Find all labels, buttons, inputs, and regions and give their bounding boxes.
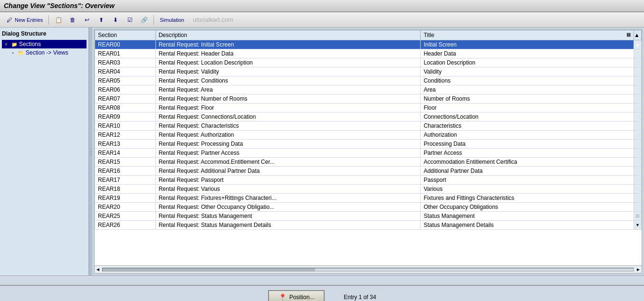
cell-title: Characteristics <box>421 122 634 131</box>
cell-description: Rental Request: Additional Partner Data <box>155 167 421 176</box>
cell-section: REAR05 <box>95 76 156 85</box>
new-entries-icon: 🖊 <box>6 16 13 24</box>
data-table-panel: Section Description Title ▦ ▲ REAR00Rent… <box>94 29 642 273</box>
table-row[interactable]: REAR05Rental Request: ConditionsConditio… <box>95 76 642 85</box>
delete-icon: 🗑 <box>69 16 77 24</box>
cell-section: REAR16 <box>95 167 156 176</box>
cell-section: REAR09 <box>95 113 156 122</box>
folder-icon-2: 📁 <box>18 49 24 56</box>
cell-section: REAR20 <box>95 203 156 212</box>
undo-button[interactable]: ↩ <box>81 15 93 25</box>
table-row[interactable]: REAR03Rental Request: Location Descripti… <box>95 58 642 67</box>
table-row[interactable]: REAR10Rental Request: CharacteristicsCha… <box>95 122 642 131</box>
table-row[interactable]: REAR12Rental Request: AuthorizationAutho… <box>95 131 642 140</box>
title-bar: Change View "Sections": Overview <box>0 0 644 12</box>
cell-section: REAR13 <box>95 140 156 149</box>
main-content: Dialog Structure ▼ 📁 Sections • 📁 Sectio… <box>0 28 644 275</box>
scroll-up-col[interactable]: ▲ <box>634 30 642 40</box>
copy-button[interactable]: 📋 <box>53 15 64 25</box>
scroll-indicator-cell <box>634 140 642 149</box>
cell-section: REAR08 <box>95 103 156 113</box>
select-button[interactable]: ☑ <box>124 15 135 25</box>
cell-title: Floor <box>421 103 634 113</box>
table-row[interactable]: REAR25Rental Request: Status ManagementS… <box>95 212 642 221</box>
table-row[interactable]: REAR20Rental Request: Other Occupancy Ob… <box>95 203 642 212</box>
cell-title: Header Data <box>421 49 634 58</box>
cell-section: REAR10 <box>95 122 156 131</box>
cell-title: Connections/Location <box>421 113 634 122</box>
cell-section: REAR04 <box>95 67 156 76</box>
table-row[interactable]: REAR26Rental Request: Status Management … <box>95 221 642 230</box>
info-icon: 🔗 <box>140 16 148 24</box>
scroll-indicator-cell <box>634 122 642 131</box>
scroll-indicator-cell <box>634 103 642 113</box>
table-container[interactable]: Section Description Title ▦ ▲ REAR00Rent… <box>95 30 642 265</box>
cell-title: Other Occupancy Obligations <box>421 203 634 212</box>
folder-icon: 📁 <box>11 41 18 47</box>
position-icon: 📍 <box>279 293 287 301</box>
delete-button[interactable]: 🗑 <box>67 15 78 25</box>
info-button[interactable]: 🔗 <box>138 15 150 25</box>
cell-title: Passport <box>421 176 634 185</box>
col-header-title: Title ▦ <box>421 30 634 40</box>
scroll-indicator-cell: ▼ <box>634 221 642 230</box>
cell-section: REAR25 <box>95 212 156 221</box>
cell-description: Rental Request: Authorization <box>155 131 421 140</box>
table-row[interactable]: REAR07Rental Request: Number of RoomsNum… <box>95 94 642 103</box>
scroll-indicator-cell <box>634 94 642 103</box>
cell-section: REAR03 <box>95 58 156 67</box>
table-row[interactable]: REAR01Rental Request: Header DataHeader … <box>95 49 642 58</box>
cell-description: Rental Request: Other Occupancy Obligati… <box>155 203 421 212</box>
move-up-button[interactable]: ⬆ <box>96 15 107 25</box>
new-entries-button[interactable]: 🖊 New Entries <box>4 15 45 25</box>
table-row[interactable]: REAR04Rental Request: ValidityValidity <box>95 67 642 76</box>
table-row[interactable]: REAR17Rental Request: PassportPassport <box>95 176 642 185</box>
table-row[interactable]: REAR16Rental Request: Additional Partner… <box>95 167 642 176</box>
scroll-indicator-cell: ▲ <box>634 40 642 49</box>
cell-title: Authorization <box>421 131 634 140</box>
table-row[interactable]: REAR18Rental Request: VariousVarious <box>95 185 642 194</box>
scroll-indicator-cell: □ <box>634 212 642 221</box>
toolbar-separator-1 <box>48 15 49 25</box>
move-down-button[interactable]: ⬇ <box>110 15 121 25</box>
scroll-indicator-cell <box>634 158 642 167</box>
simulation-button[interactable]: Simulation <box>158 16 186 24</box>
scroll-indicator-cell <box>634 85 642 94</box>
toolbar-separator-2 <box>154 15 154 25</box>
table-row[interactable]: REAR06Rental Request: AreaArea <box>95 85 642 94</box>
sections-table: Section Description Title ▦ ▲ REAR00Rent… <box>95 30 642 230</box>
cell-title: Additional Partner Data <box>421 167 634 176</box>
cell-description: Rental Request: Initial Screen <box>155 40 421 49</box>
cell-section: REAR01 <box>95 49 156 58</box>
position-button-label: Position... <box>289 294 315 301</box>
cell-description: Rental Request: Floor <box>155 103 421 113</box>
resize-handle[interactable]: ⋮ <box>89 28 92 275</box>
cell-description: Rental Request: Validity <box>155 67 421 76</box>
sidebar-item-section-views[interactable]: • 📁 Section -> Views <box>2 48 87 57</box>
move-up-icon: ⬆ <box>97 16 105 24</box>
table-row[interactable]: REAR15Rental Request: Accommod.Entitleme… <box>95 158 642 167</box>
title-text: Change View "Sections": Overview <box>4 2 115 9</box>
position-button[interactable]: 📍 Position... <box>268 290 325 301</box>
table-row[interactable]: REAR09Rental Request: Connections/Locati… <box>95 113 642 122</box>
table-row[interactable]: REAR00Rental Request: Initial ScreenInit… <box>95 40 642 49</box>
cell-title: Partner Access <box>421 149 634 158</box>
table-row[interactable]: REAR08Rental Request: FloorFloor <box>95 103 642 113</box>
cell-title: Location Description <box>421 58 634 67</box>
col-header-section: Section <box>95 30 156 40</box>
cell-section: REAR06 <box>95 85 156 94</box>
table-row[interactable]: REAR19Rental Request: Fixtures+Rittings … <box>95 194 642 203</box>
cell-title: Status Management Details <box>421 221 634 230</box>
cell-description: Rental Request: Number of Rooms <box>155 94 421 103</box>
table-row[interactable]: REAR13Rental Request: Processing DataPro… <box>95 140 642 149</box>
cell-section: REAR26 <box>95 221 156 230</box>
scroll-right-icon[interactable]: ► <box>636 267 641 272</box>
scroll-left-icon[interactable]: ◄ <box>96 267 100 272</box>
table-row[interactable]: REAR14Rental Request: Partner AccessPart… <box>95 149 642 158</box>
cell-description: Rental Request: Status Management Detail… <box>155 221 421 230</box>
cell-description: Rental Request: Status Management <box>155 212 421 221</box>
sidebar-item-section-views-label: Section -> Views <box>26 49 68 56</box>
sidebar-item-sections[interactable]: ▼ 📁 Sections <box>2 40 87 48</box>
column-settings-icon[interactable]: ▦ <box>626 32 631 37</box>
scroll-indicator-cell <box>634 203 642 212</box>
